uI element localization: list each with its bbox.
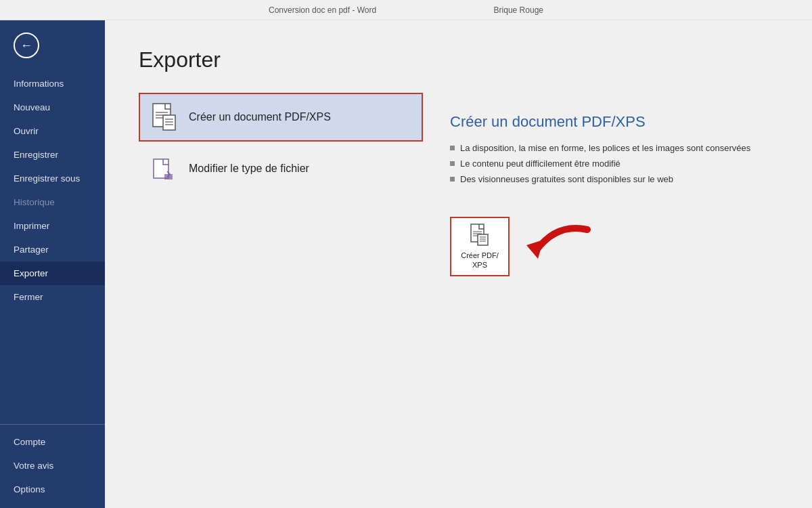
- title-bar: Conversion doc en pdf - Word Brique Roug…: [0, 0, 812, 20]
- main-content: Exporter: [105, 20, 812, 508]
- back-circle-button[interactable]: ←: [14, 33, 39, 58]
- bullet-item-1: La disposition, la mise en forme, les po…: [450, 143, 751, 153]
- bullet-sq-1: [450, 146, 455, 150]
- bullet-text-1: La disposition, la mise en forme, les po…: [460, 143, 750, 153]
- pdf-btn-label: Créer PDF/XPS: [461, 251, 499, 270]
- option-modify-type[interactable]: Modifier le type de fichier: [139, 144, 423, 193]
- bullet-text-3: Des visionneuses gratuites sont disponib…: [460, 174, 673, 184]
- page-title: Exporter: [139, 47, 778, 72]
- sidebar-nav: Informations Nouveau Ouvrir Enregistrer …: [0, 72, 105, 419]
- right-panel-title: Créer un document PDF/XPS: [450, 113, 751, 131]
- svg-rect-4: [163, 115, 175, 130]
- svg-rect-13: [478, 234, 488, 245]
- bullet-item-3: Des visionneuses gratuites sont disponib…: [450, 174, 751, 184]
- sidebar-item-partager[interactable]: Partager: [0, 238, 105, 261]
- sidebar-item-ouvrir[interactable]: Ouvrir: [0, 119, 105, 143]
- sidebar-item-nouveau[interactable]: Nouveau: [0, 96, 105, 119]
- create-pdf-xps-button[interactable]: Créer PDF/XPS: [450, 217, 510, 276]
- back-arrow-icon: ←: [20, 39, 32, 51]
- arrow-container: [523, 219, 597, 274]
- sidebar-bottom: Compte Votre avis Options: [0, 430, 105, 508]
- sidebar-item-imprimer[interactable]: Imprimer: [0, 214, 105, 238]
- sidebar-item-exporter[interactable]: Exporter: [0, 261, 105, 285]
- bullet-list: La disposition, la mise en forme, les po…: [450, 143, 751, 190]
- back-button-area[interactable]: ←: [0, 20, 105, 72]
- sidebar-item-options[interactable]: Options: [0, 478, 105, 501]
- app-container: ← Informations Nouveau Ouvrir Enregistre…: [0, 20, 812, 508]
- bullet-sq-3: [450, 177, 455, 182]
- title-bar-text: Conversion doc en pdf - Word: [269, 5, 376, 15]
- bullet-sq-2: [450, 161, 455, 166]
- sidebar-item-votre-avis[interactable]: Votre avis: [0, 454, 105, 478]
- sidebar: ← Informations Nouveau Ouvrir Enregistre…: [0, 20, 105, 508]
- sidebar-item-enregistrer[interactable]: Enregistrer: [0, 143, 105, 167]
- sidebar-item-compte[interactable]: Compte: [0, 430, 105, 454]
- bullet-item-2: Le contenu peut difficilement être modif…: [450, 158, 751, 169]
- bullet-text-2: Le contenu peut difficilement être modif…: [460, 158, 621, 169]
- modify-type-label: Modifier le type de fichier: [189, 163, 309, 175]
- title-bar-right: Brique Rouge: [494, 5, 543, 15]
- modify-type-icon: [151, 155, 178, 182]
- export-options: Créer un document PDF/XPS Modifier le ty…: [139, 93, 423, 488]
- sidebar-item-informations[interactable]: Informations: [0, 72, 105, 96]
- create-pdf-label: Créer un document PDF/XPS: [189, 111, 331, 123]
- sidebar-item-historique: Historique: [0, 190, 105, 214]
- sidebar-divider: [0, 424, 105, 425]
- option-create-pdf[interactable]: Créer un document PDF/XPS: [139, 93, 423, 142]
- create-pdf-icon: [151, 104, 178, 131]
- right-panel: Créer un document PDF/XPS La disposition…: [423, 93, 778, 488]
- content-row: Créer un document PDF/XPS Modifier le ty…: [139, 93, 778, 488]
- pdf-btn-area: Créer PDF/XPS: [450, 217, 751, 276]
- sidebar-item-enregistrer-sous[interactable]: Enregistrer sous: [0, 167, 105, 190]
- sidebar-item-fermer[interactable]: Fermer: [0, 285, 105, 309]
